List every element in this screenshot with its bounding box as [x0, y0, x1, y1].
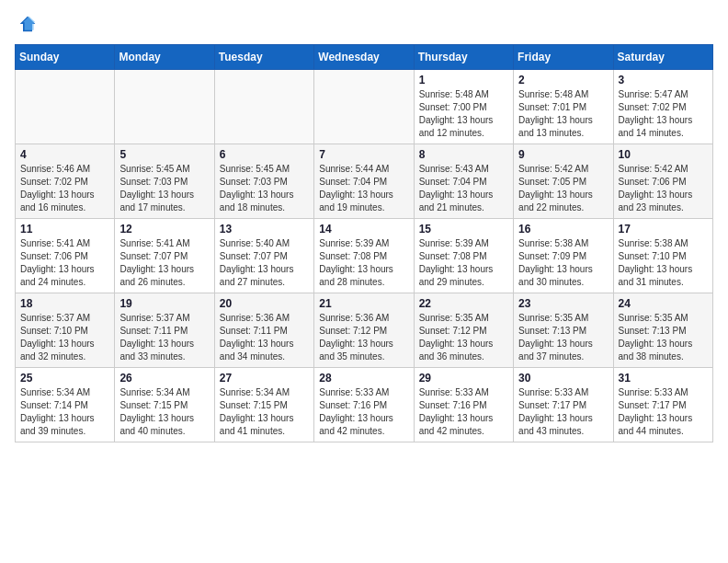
calendar-cell: 29Sunrise: 5:33 AM Sunset: 7:16 PM Dayli…: [414, 368, 513, 442]
cell-info: Sunrise: 5:34 AM Sunset: 7:15 PM Dayligh…: [220, 386, 309, 438]
day-number: 16: [518, 223, 608, 236]
cell-info: Sunrise: 5:38 AM Sunset: 7:10 PM Dayligh…: [619, 237, 708, 289]
cell-info: Sunrise: 5:34 AM Sunset: 7:14 PM Dayligh…: [20, 386, 109, 438]
cell-info: Sunrise: 5:33 AM Sunset: 7:17 PM Dayligh…: [518, 386, 608, 438]
cell-info: Sunrise: 5:41 AM Sunset: 7:07 PM Dayligh…: [119, 237, 209, 289]
day-number: 19: [119, 297, 209, 310]
calendar-header-thursday: Thursday: [414, 45, 513, 70]
logo: [15, 15, 37, 33]
day-number: 10: [619, 148, 708, 161]
calendar-cell: 2Sunrise: 5:48 AM Sunset: 7:01 PM Daylig…: [514, 70, 613, 144]
calendar-cell: 3Sunrise: 5:47 AM Sunset: 7:02 PM Daylig…: [613, 70, 712, 144]
day-number: 18: [20, 297, 109, 310]
day-number: 1: [419, 74, 508, 86]
calendar-cell: 23Sunrise: 5:35 AM Sunset: 7:13 PM Dayli…: [514, 293, 613, 368]
calendar-cell: 30Sunrise: 5:33 AM Sunset: 7:17 PM Dayli…: [514, 368, 613, 442]
logo-icon: [18, 15, 37, 33]
cell-info: Sunrise: 5:38 AM Sunset: 7:09 PM Dayligh…: [518, 237, 608, 289]
calendar-cell: 22Sunrise: 5:35 AM Sunset: 7:12 PM Dayli…: [414, 293, 513, 368]
calendar-cell: [16, 70, 115, 144]
calendar-header-tuesday: Tuesday: [214, 45, 313, 70]
cell-info: Sunrise: 5:42 AM Sunset: 7:05 PM Dayligh…: [518, 163, 608, 214]
calendar-cell: 11Sunrise: 5:41 AM Sunset: 7:06 PM Dayli…: [16, 219, 115, 293]
day-number: 29: [419, 372, 508, 385]
cell-info: Sunrise: 5:35 AM Sunset: 7:13 PM Dayligh…: [619, 312, 708, 363]
cell-info: Sunrise: 5:36 AM Sunset: 7:12 PM Dayligh…: [319, 312, 408, 363]
cell-info: Sunrise: 5:33 AM Sunset: 7:17 PM Dayligh…: [619, 386, 708, 438]
calendar-cell: 13Sunrise: 5:40 AM Sunset: 7:07 PM Dayli…: [214, 219, 313, 293]
cell-info: Sunrise: 5:35 AM Sunset: 7:13 PM Dayligh…: [518, 312, 608, 363]
day-number: 20: [220, 297, 309, 310]
calendar-cell: 4Sunrise: 5:46 AM Sunset: 7:02 PM Daylig…: [16, 144, 115, 219]
cell-info: Sunrise: 5:33 AM Sunset: 7:16 PM Dayligh…: [419, 386, 508, 438]
calendar-cell: 14Sunrise: 5:39 AM Sunset: 7:08 PM Dayli…: [314, 219, 414, 293]
cell-info: Sunrise: 5:33 AM Sunset: 7:16 PM Dayligh…: [319, 386, 408, 438]
calendar-body: 1Sunrise: 5:48 AM Sunset: 7:00 PM Daylig…: [16, 70, 713, 442]
calendar-cell: 24Sunrise: 5:35 AM Sunset: 7:13 PM Dayli…: [613, 293, 712, 368]
day-number: 7: [319, 148, 408, 161]
calendar-cell: 25Sunrise: 5:34 AM Sunset: 7:14 PM Dayli…: [16, 368, 115, 442]
calendar-table: SundayMondayTuesdayWednesdayThursdayFrid…: [15, 44, 713, 442]
calendar-cell: [115, 70, 214, 144]
day-number: 4: [20, 148, 109, 161]
cell-info: Sunrise: 5:44 AM Sunset: 7:04 PM Dayligh…: [319, 163, 408, 214]
cell-info: Sunrise: 5:48 AM Sunset: 7:01 PM Dayligh…: [518, 88, 608, 140]
cell-info: Sunrise: 5:34 AM Sunset: 7:15 PM Dayligh…: [119, 386, 209, 438]
day-number: 15: [419, 223, 508, 236]
calendar-cell: [214, 70, 313, 144]
day-number: 9: [518, 148, 608, 161]
day-number: 21: [319, 297, 408, 310]
day-number: 2: [518, 74, 608, 86]
day-number: 14: [319, 223, 408, 236]
cell-info: Sunrise: 5:47 AM Sunset: 7:02 PM Dayligh…: [619, 88, 708, 140]
calendar-week-3: 11Sunrise: 5:41 AM Sunset: 7:06 PM Dayli…: [16, 219, 713, 293]
cell-info: Sunrise: 5:43 AM Sunset: 7:04 PM Dayligh…: [419, 163, 508, 214]
page-header: [15, 15, 713, 33]
calendar-header-friday: Friday: [514, 45, 613, 70]
cell-info: Sunrise: 5:45 AM Sunset: 7:03 PM Dayligh…: [119, 163, 209, 214]
day-number: 28: [319, 372, 408, 385]
cell-info: Sunrise: 5:48 AM Sunset: 7:00 PM Dayligh…: [419, 88, 508, 140]
day-number: 11: [20, 223, 109, 236]
day-number: 31: [619, 372, 708, 385]
cell-info: Sunrise: 5:36 AM Sunset: 7:11 PM Dayligh…: [220, 312, 309, 363]
cell-info: Sunrise: 5:37 AM Sunset: 7:11 PM Dayligh…: [119, 312, 209, 363]
calendar-week-5: 25Sunrise: 5:34 AM Sunset: 7:14 PM Dayli…: [16, 368, 713, 442]
calendar-cell: 31Sunrise: 5:33 AM Sunset: 7:17 PM Dayli…: [613, 368, 712, 442]
day-number: 3: [619, 74, 708, 86]
calendar-header-sunday: Sunday: [16, 45, 115, 70]
calendar-cell: 17Sunrise: 5:38 AM Sunset: 7:10 PM Dayli…: [613, 219, 712, 293]
calendar-cell: 21Sunrise: 5:36 AM Sunset: 7:12 PM Dayli…: [314, 293, 414, 368]
calendar-header-row: SundayMondayTuesdayWednesdayThursdayFrid…: [16, 45, 713, 70]
calendar-week-2: 4Sunrise: 5:46 AM Sunset: 7:02 PM Daylig…: [16, 144, 713, 219]
day-number: 25: [20, 372, 109, 385]
cell-info: Sunrise: 5:45 AM Sunset: 7:03 PM Dayligh…: [220, 163, 309, 214]
calendar-cell: 7Sunrise: 5:44 AM Sunset: 7:04 PM Daylig…: [314, 144, 414, 219]
calendar-cell: 20Sunrise: 5:36 AM Sunset: 7:11 PM Dayli…: [214, 293, 313, 368]
cell-info: Sunrise: 5:35 AM Sunset: 7:12 PM Dayligh…: [419, 312, 508, 363]
calendar-cell: 28Sunrise: 5:33 AM Sunset: 7:16 PM Dayli…: [314, 368, 414, 442]
day-number: 6: [220, 148, 309, 161]
cell-info: Sunrise: 5:40 AM Sunset: 7:07 PM Dayligh…: [220, 237, 309, 289]
day-number: 30: [518, 372, 608, 385]
day-number: 5: [119, 148, 209, 161]
calendar-cell: 15Sunrise: 5:39 AM Sunset: 7:08 PM Dayli…: [414, 219, 513, 293]
day-number: 26: [119, 372, 209, 385]
calendar-cell: 8Sunrise: 5:43 AM Sunset: 7:04 PM Daylig…: [414, 144, 513, 219]
cell-info: Sunrise: 5:39 AM Sunset: 7:08 PM Dayligh…: [319, 237, 408, 289]
calendar-cell: 5Sunrise: 5:45 AM Sunset: 7:03 PM Daylig…: [115, 144, 214, 219]
calendar-cell: 6Sunrise: 5:45 AM Sunset: 7:03 PM Daylig…: [214, 144, 313, 219]
cell-info: Sunrise: 5:39 AM Sunset: 7:08 PM Dayligh…: [419, 237, 508, 289]
calendar-header-saturday: Saturday: [613, 45, 712, 70]
calendar-cell: 1Sunrise: 5:48 AM Sunset: 7:00 PM Daylig…: [414, 70, 513, 144]
calendar-cell: 18Sunrise: 5:37 AM Sunset: 7:10 PM Dayli…: [16, 293, 115, 368]
day-number: 22: [419, 297, 508, 310]
day-number: 24: [619, 297, 708, 310]
calendar-header-wednesday: Wednesday: [314, 45, 414, 70]
calendar-cell: 19Sunrise: 5:37 AM Sunset: 7:11 PM Dayli…: [115, 293, 214, 368]
calendar-week-4: 18Sunrise: 5:37 AM Sunset: 7:10 PM Dayli…: [16, 293, 713, 368]
day-number: 8: [419, 148, 508, 161]
cell-info: Sunrise: 5:42 AM Sunset: 7:06 PM Dayligh…: [619, 163, 708, 214]
day-number: 17: [619, 223, 708, 236]
calendar-cell: 9Sunrise: 5:42 AM Sunset: 7:05 PM Daylig…: [514, 144, 613, 219]
